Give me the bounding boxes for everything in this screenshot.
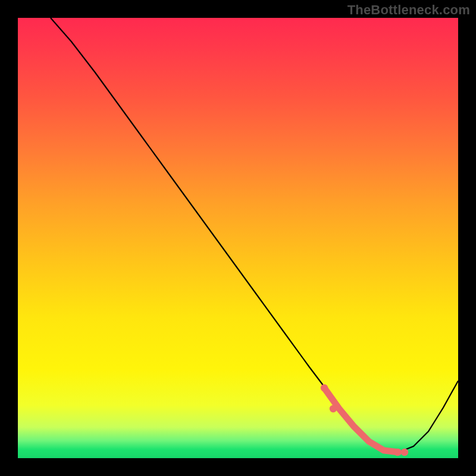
chart-frame: TheBottleneck.com bbox=[0, 0, 476, 476]
highlight-dot bbox=[401, 449, 408, 456]
highlight-dot bbox=[321, 384, 328, 392]
curve-svg bbox=[18, 18, 458, 458]
valley-highlight bbox=[324, 388, 399, 452]
watermark-text: TheBottleneck.com bbox=[347, 2, 470, 18]
valley-highlight-dots bbox=[321, 384, 408, 456]
plot-area bbox=[18, 18, 458, 458]
highlight-dot bbox=[330, 405, 337, 412]
main-curve-path bbox=[51, 18, 458, 452]
highlight-dot bbox=[394, 449, 401, 456]
